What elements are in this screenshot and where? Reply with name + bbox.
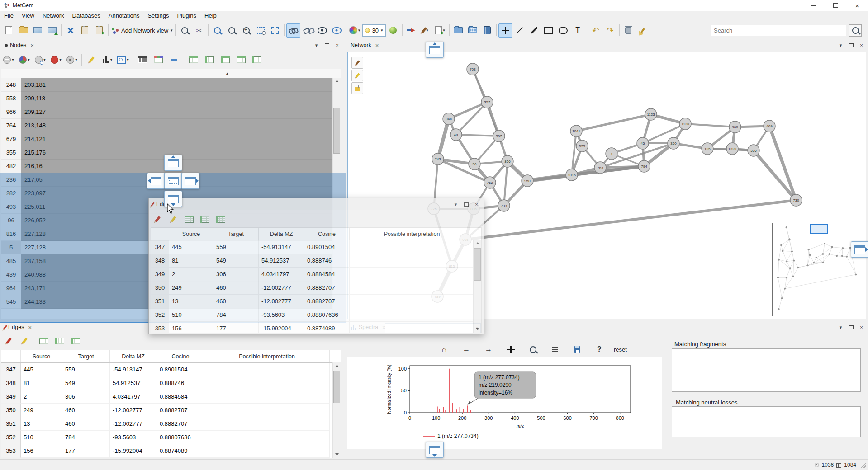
freeze-a-button[interactable] [186,53,201,66]
scroll-down-icon[interactable] [333,451,341,458]
table-row[interactable]: 347445559-54.9131470.8901504 [151,240,481,254]
highlight-pen-button[interactable] [166,212,181,226]
menu-view[interactable]: View [18,11,38,21]
help-button[interactable]: ? [592,343,607,356]
close-button[interactable]: × [846,0,868,11]
redo-button[interactable]: ↷ [603,23,617,38]
edges-table-scrollbar[interactable] [332,362,341,458]
export-image-button[interactable] [45,23,59,38]
freeze-b-button[interactable] [197,212,213,226]
table-row[interactable]: 3488154954.9125370.888746 [1,376,341,390]
table-row[interactable]: 35113460-12.0027770.8882707 [1,417,341,431]
table-row[interactable]: 350249460-12.0027770.8882707 [1,404,341,417]
floating-edges-table[interactable]: SourceTargetDelta MZCosinePossible inter… [151,227,482,333]
column-header[interactable]: Cosine [304,228,350,240]
row-header[interactable]: 482 [1,160,21,173]
column-header[interactable]: Possible interpretation [204,350,330,362]
column-header[interactable]: Source [169,228,213,240]
highlight-pen-button[interactable] [84,53,99,66]
row-header[interactable]: 764 [1,119,21,132]
float-dock-icon[interactable] [847,42,855,49]
table-row[interactable]: 248203,181 [1,78,341,92]
scroll-up-icon[interactable] [474,240,481,247]
clip-button[interactable]: ✂ [192,23,206,38]
edit-pen-button[interactable] [351,57,363,69]
clear-button[interactable] [636,23,650,38]
add-network-view-button[interactable]: Add Network view▾ [110,23,174,38]
floating-panel-titlebar[interactable]: Edges ▾ × [149,198,484,210]
find-button[interactable] [178,23,192,38]
scrollbar-thumb[interactable] [474,248,481,281]
annotation-pen-button[interactable] [351,70,363,81]
text-tool-button[interactable]: T [571,23,585,38]
tab-edges[interactable]: Edges × [3,322,33,333]
close-dock-icon[interactable]: × [333,42,341,49]
column-header[interactable]: Target [213,228,259,240]
dock-menu-icon[interactable]: ▾ [837,42,844,49]
table-row[interactable]: 34923064.03417970.8884584 [151,268,481,281]
back-button[interactable]: ← [459,343,474,356]
link-views-button[interactable] [286,23,300,38]
hide-columns-button[interactable] [166,53,182,66]
table-row[interactable]: 764213,148 [1,119,341,132]
close-dock-icon[interactable]: × [473,201,480,208]
lock-view-button[interactable] [351,82,363,94]
home-button[interactable]: ⌂ [436,343,452,356]
rect-tool-button[interactable] [542,23,556,38]
matching-fragments-box[interactable] [672,348,861,392]
spectrum-figure[interactable]: 0100200300400500600700800050100m/zNormal… [347,357,662,449]
zoom-in-button[interactable] [239,23,253,38]
matching-neutral-losses-box[interactable] [672,406,861,437]
menu-help[interactable]: Help [200,11,221,21]
show-edges-button[interactable] [330,23,344,38]
color-picker-button[interactable]: ▾ [348,23,362,38]
dock-menu-icon[interactable]: ▾ [452,201,460,208]
close-tab-icon[interactable]: × [375,42,379,49]
freeze-b-button[interactable] [202,53,217,66]
row-header[interactable]: 558 [1,92,21,105]
color-node-button[interactable]: ▾ [48,53,64,66]
locate-node-button[interactable]: ▾ [64,53,80,66]
resize-grip[interactable] [861,462,866,468]
tab-nodes[interactable]: Nodes × [3,40,36,51]
table-row[interactable]: 679214,121 [1,132,341,146]
row-header[interactable]: 355 [1,146,21,160]
scroll-up-icon[interactable] [333,362,341,369]
table-row[interactable]: 350249460-12.0027770.8882707 [151,281,481,295]
zoom-table-button[interactable]: ▾ [115,53,131,66]
histogram-button[interactable]: ▾ [100,53,115,66]
edges-table[interactable]: SourceTargetDelta MZCosinePossible inter… [1,350,341,458]
row-header[interactable]: 966 [1,105,21,119]
line-tool-button[interactable] [513,23,527,38]
zoom-page-button[interactable] [210,23,224,38]
forward-button[interactable]: → [481,343,496,356]
close-tab-icon[interactable]: × [28,324,32,331]
floating-edges-panel[interactable]: Edges ▾ × SourceTargetDelta MZCosinePoss… [148,198,484,334]
float-dock-icon[interactable] [462,201,470,208]
search-input[interactable] [711,25,846,36]
size-sphere-button[interactable] [386,23,400,38]
row-header[interactable]: 679 [1,132,21,146]
show-nodes-button[interactable] [315,23,329,38]
fit-view-button[interactable] [268,23,282,38]
dock-menu-icon[interactable]: ▾ [313,42,320,49]
close-tab-icon[interactable]: × [30,42,34,49]
freeze-a-button[interactable] [36,334,52,348]
table-row[interactable]: 347445559-54.9131470.8901504 [1,363,341,376]
reset-button[interactable]: reset [614,346,627,353]
column-header[interactable]: Possible interpretation [350,228,474,240]
annotate-dart-button[interactable] [404,23,418,38]
freeze-c-button[interactable] [213,212,228,226]
zoom-button[interactable] [525,343,541,356]
table-colors-button[interactable] [151,53,166,66]
highlight-node-button[interactable]: ▾ [33,53,48,66]
delete-button[interactable] [621,23,636,38]
freeze-c-button[interactable] [218,53,233,66]
workflow-button[interactable] [63,23,77,38]
pie-colors-button[interactable]: ▾ [17,53,32,66]
export-metadata-button[interactable] [92,23,106,38]
dock-menu-icon[interactable]: ▾ [837,324,844,331]
ellipse-tool-button[interactable] [556,23,570,38]
save-image-button[interactable] [31,23,45,38]
table-row[interactable]: 353156177-15.9920040.8874089 [1,444,341,458]
